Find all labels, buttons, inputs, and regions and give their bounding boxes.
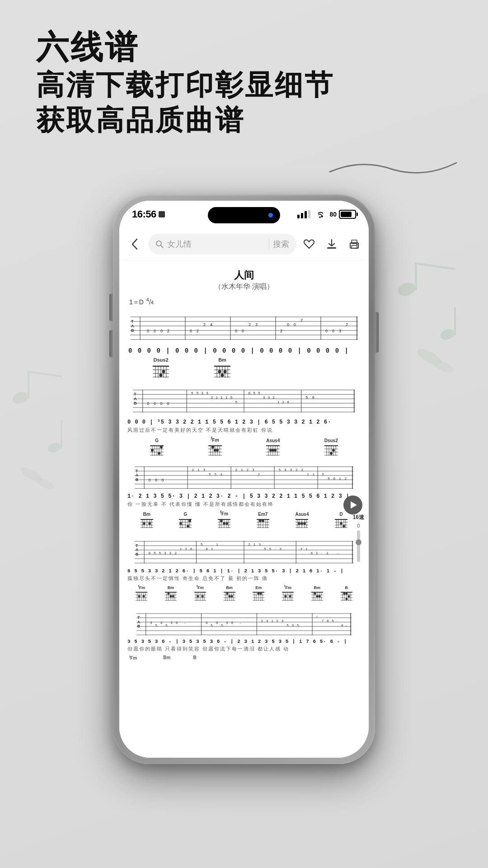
- search-button-text[interactable]: 搜索: [273, 239, 289, 250]
- svg-text:3: 3: [255, 322, 258, 327]
- play-button[interactable]: [343, 495, 362, 514]
- svg-text:5: 5: [286, 623, 288, 627]
- search-input-value[interactable]: 女儿情: [167, 239, 265, 250]
- headline-line3: 获取高品质曲谱: [36, 103, 452, 138]
- chord-row-3: Bm: [126, 509, 362, 533]
- svg-point-143: [216, 449, 219, 452]
- svg-text:3: 3: [280, 547, 282, 551]
- lyric-row-2: 风雨过后不一定有美好的天空 不是天晴就会有彩虹 你说: [126, 426, 362, 435]
- svg-point-396: [314, 592, 316, 594]
- svg-text:2: 2: [185, 547, 187, 551]
- svg-text:3: 3: [268, 396, 270, 400]
- chord-bm-row4-3: Bm: [311, 585, 323, 604]
- svg-text:0: 0: [160, 329, 163, 333]
- svg-point-363: [228, 595, 230, 597]
- svg-point-2: [439, 327, 456, 342]
- svg-text:1: 1: [305, 547, 307, 551]
- svg-text:1: 1: [313, 472, 314, 476]
- svg-point-275: [340, 522, 343, 525]
- svg-text:3: 3: [206, 621, 207, 625]
- svg-point-66: [162, 370, 165, 373]
- svg-text:T: T: [134, 392, 136, 396]
- svg-text:0: 0: [167, 401, 169, 406]
- download-button[interactable]: [324, 237, 339, 251]
- svg-text:0: 0: [154, 329, 156, 333]
- print-button[interactable]: [347, 237, 361, 251]
- battery-percentage: 80: [329, 211, 337, 218]
- svg-text:6: 6: [287, 400, 289, 404]
- svg-text:5: 5: [264, 547, 266, 551]
- svg-text:-: -: [240, 621, 241, 625]
- svg-text:2: 2: [258, 472, 260, 476]
- svg-point-329: [143, 595, 145, 597]
- speed-control[interactable]: 16速 0: [353, 514, 364, 562]
- chord-b-row4: B: [341, 585, 352, 604]
- svg-text:7: 7: [322, 619, 324, 623]
- toolbar-icons: [302, 237, 361, 251]
- svg-point-67: [160, 373, 163, 377]
- svg-point-263: [298, 522, 301, 525]
- svg-text:5: 5: [230, 396, 233, 400]
- svg-text:1: 1: [339, 476, 341, 481]
- song-title-section: 人间 （水木年华 演唱）: [126, 260, 362, 294]
- back-button[interactable]: [127, 236, 143, 252]
- svg-text:5: 5: [201, 542, 202, 547]
- notation-row-5: 3 5 3 5 3 6 - | 3 5 3 5 3 6 - | 2 3 1 2 …: [126, 638, 362, 645]
- svg-point-217: [143, 522, 145, 525]
- svg-text:1: 1: [180, 547, 182, 551]
- battery-area: 80: [329, 210, 356, 219]
- svg-text:3: 3: [259, 542, 261, 547]
- chord-row-1: Dsus2: [126, 355, 362, 383]
- phone-screen: 16:56: [119, 201, 369, 758]
- svg-text:3: 3: [339, 329, 341, 333]
- dynamic-island: [208, 207, 280, 223]
- speed-zero: 0: [357, 523, 360, 528]
- svg-point-398: [318, 595, 320, 597]
- sheet-music-area: 人间 （水木年华 演唱） 1＝D 4/4: [119, 260, 369, 758]
- search-input-container[interactable]: 女儿情 搜索: [148, 234, 296, 255]
- svg-text:2: 2: [280, 329, 282, 333]
- svg-point-253: [262, 519, 264, 522]
- chord-em7: Em7: [257, 512, 269, 532]
- svg-text:2: 2: [216, 396, 218, 400]
- svg-text:5: 5: [191, 391, 193, 395]
- speed-slider-track[interactable]: [357, 530, 360, 562]
- search-bar[interactable]: 女儿情 搜索: [119, 228, 369, 260]
- svg-point-241: [223, 522, 225, 525]
- guitar-tab-section-2: T A B 0 0 0 0 5 5 3 3 2: [126, 383, 362, 419]
- power-button: [375, 312, 379, 353]
- svg-text:·: ·: [222, 542, 223, 547]
- svg-text:5: 5: [155, 623, 157, 627]
- chord-asus4: Asus4: [266, 438, 280, 459]
- svg-text:1: 1: [221, 396, 222, 400]
- title-area: 六线谱 高清下载打印彰显细节 获取高品质曲谱: [36, 27, 452, 138]
- volume-up-button: [109, 294, 113, 321]
- status-time: 16:56: [132, 208, 156, 220]
- chord-dsus2: Dsus2: [153, 357, 169, 382]
- chord-dsus2-2: Dsus2: [324, 438, 338, 459]
- svg-text:2: 2: [197, 329, 199, 333]
- speed-slider-thumb[interactable]: [356, 539, 361, 545]
- chord-em-row4: Em: [253, 585, 264, 604]
- svg-point-0: [396, 280, 417, 298]
- svg-text:6: 6: [311, 551, 313, 555]
- svg-text:1: 1: [271, 619, 273, 623]
- favorite-button[interactable]: [302, 237, 316, 251]
- svg-point-79: [221, 373, 224, 377]
- svg-point-340: [170, 595, 172, 597]
- svg-point-265: [304, 522, 306, 525]
- svg-point-78: [224, 370, 227, 373]
- phone-outer-shell: 16:56: [113, 194, 375, 764]
- svg-point-165: [332, 449, 335, 452]
- speed-label: 16速: [353, 514, 364, 521]
- notation-row-4: 6 5 5 3 3 2 1 2 6· | 5 6 1 | 1· | 2 1 3 …: [126, 567, 362, 575]
- svg-text:1: 1: [225, 396, 227, 400]
- svg-text:1: 1: [197, 468, 199, 472]
- svg-text:6: 6: [333, 476, 335, 481]
- svg-text:3: 3: [292, 623, 294, 627]
- svg-text:0: 0: [235, 329, 237, 333]
- svg-point-131: [158, 452, 160, 455]
- svg-text:2: 2: [301, 468, 303, 472]
- svg-text:3: 3: [290, 468, 292, 472]
- svg-text:A: A: [134, 396, 137, 401]
